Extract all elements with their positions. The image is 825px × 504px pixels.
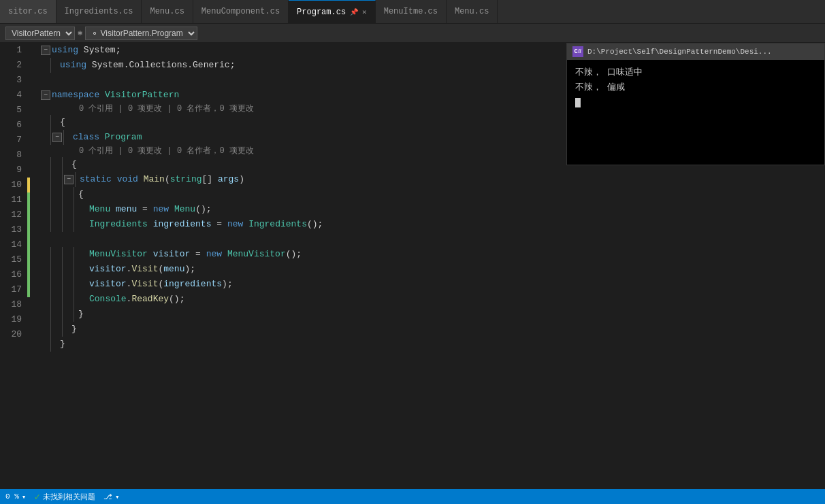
code-line-16: Console.ReadKey(); xyxy=(38,292,825,307)
ns-system-1: System xyxy=(84,43,116,58)
kw-new-10: new xyxy=(153,202,169,217)
class-program: Program xyxy=(105,130,142,145)
tab-menuitme[interactable]: MenuItme.cs xyxy=(376,0,447,23)
brace-close-18: } xyxy=(71,322,77,337)
console-body: 不辣， 口味适中 不辣， 偏咸 xyxy=(567,60,824,165)
line-num-20: 20 xyxy=(3,327,22,342)
param-args: args xyxy=(218,172,239,187)
kw-using-2: using xyxy=(60,58,86,73)
line-num-5: 5 xyxy=(3,103,22,118)
code-line-11: Ingredients ingredients = new Ingredient… xyxy=(38,217,825,232)
line-numbers: 1 2 3 4 5 6 7 8 9 10 11 12 13 14 15 16 1… xyxy=(0,43,27,482)
console-title-text: D:\Project\Self\DesignPatternDemo\Desi..… xyxy=(587,48,772,56)
breadcrumb-right-select[interactable]: ⚬ VisitorPattern.Program xyxy=(85,27,197,40)
line-num-19: 19 xyxy=(3,312,22,327)
tab-program-pin-icon: 📌 xyxy=(350,8,358,16)
gutter xyxy=(27,43,38,482)
var-menu-14: menu xyxy=(163,262,184,277)
console-cs-icon: C# xyxy=(572,46,583,57)
type-ingredients-11: Ingredients xyxy=(89,217,148,232)
yellow-change-indicator xyxy=(27,178,30,192)
var-ingredients: ingredients xyxy=(153,217,212,232)
line-num-14: 14 xyxy=(3,237,22,252)
code-line-13: MenuVisitor visitor = new MenuVisitor(); xyxy=(38,247,825,262)
tab-visitor-label: sitor.cs xyxy=(8,7,48,16)
console-cursor xyxy=(575,98,581,107)
code-line-18: } xyxy=(38,322,825,337)
var-ingredients-15: ingredients xyxy=(163,277,222,292)
type-menu-new-10: Menu xyxy=(174,202,195,217)
line-num-8: 8 xyxy=(3,148,22,163)
kw-using-1: using xyxy=(52,43,78,58)
brace-open-7: { xyxy=(71,157,77,172)
console-panel: C# D:\Project\Self\DesignPatternDemo\Des… xyxy=(566,43,825,165)
line-num-7: 7 xyxy=(3,133,22,148)
method-main: Main xyxy=(144,172,165,187)
tab-program[interactable]: Program.cs 📌 ✕ xyxy=(289,0,376,23)
code-line-19: } xyxy=(38,337,825,352)
status-source-icon: ⎇ xyxy=(103,492,112,501)
collapse-icon-8[interactable]: − xyxy=(64,175,74,184)
line-num-13: 13 xyxy=(3,222,22,237)
status-zoom[interactable]: 0 % ▾ xyxy=(5,492,26,501)
line-num-10: 10 xyxy=(3,178,22,192)
tab-menu2[interactable]: Menu.cs xyxy=(447,0,498,23)
brace-close-19: } xyxy=(60,337,65,352)
type-console-16: Console xyxy=(89,292,127,307)
breadcrumb-separator-icon: ✱ xyxy=(78,28,82,38)
kw-namespace: namespace xyxy=(52,88,99,103)
line-num-3: 3 xyxy=(3,73,22,88)
status-check-item[interactable]: ✓ 未找到相关问题 xyxy=(34,491,95,503)
hint-line5: 0 个引用 | 0 项更改 | 0 名作者，0 项更改 xyxy=(79,101,254,116)
type-string: string xyxy=(170,172,202,187)
line-num-17: 17 xyxy=(3,282,22,297)
console-cursor-line xyxy=(575,95,816,110)
line-num-18: 18 xyxy=(3,297,22,312)
ns-system-collections: System.Collections.Generic xyxy=(92,58,230,73)
code-line-14: visitor.Visit(menu); xyxy=(38,262,825,277)
status-dropdown-icon: ▾ xyxy=(115,492,120,501)
ns-visitorpattern: VisitorPattern xyxy=(105,88,179,103)
kw-void: void xyxy=(117,172,138,187)
var-visitor: visitor xyxy=(153,247,191,262)
console-line-1: 不辣， 口味适中 xyxy=(575,65,816,80)
tab-menu-label: Menu.cs xyxy=(150,7,184,16)
code-line-10: Menu menu = new Menu(); xyxy=(38,202,825,217)
kw-new-13: new xyxy=(206,247,222,262)
tab-visitor[interactable]: sitor.cs xyxy=(0,0,56,23)
green-change-indicator xyxy=(27,192,30,297)
type-menuvisitor-13: MenuVisitor xyxy=(89,247,148,262)
brace-close-17: } xyxy=(78,307,84,322)
line-num-16: 16 xyxy=(3,267,22,282)
type-menu-10: Menu xyxy=(89,202,110,217)
status-check-label: 未找到相关问题 xyxy=(43,492,95,502)
code-line-8: − static void Main(string[] args) xyxy=(38,172,825,187)
tab-menu2-label: Menu.cs xyxy=(455,7,489,16)
collapse-icon-6[interactable]: − xyxy=(52,133,62,142)
status-source-control[interactable]: ⎇ ▾ xyxy=(103,492,120,501)
var-menu: menu xyxy=(116,202,137,217)
method-visit-14: Visit xyxy=(131,262,158,277)
code-line-15: visitor.Visit(ingredients); xyxy=(38,277,825,292)
editor-area: 1 2 3 4 5 6 7 8 9 10 11 12 13 14 15 16 1… xyxy=(0,43,825,482)
type-menuvisitor-new-13: MenuVisitor xyxy=(227,247,286,262)
tab-menu[interactable]: Menu.cs xyxy=(142,0,193,23)
collapse-icon-1[interactable]: − xyxy=(41,46,50,55)
method-readkey-16: ReadKey xyxy=(131,292,169,307)
code-line-12 xyxy=(38,232,825,247)
tab-program-close-button[interactable]: ✕ xyxy=(362,7,367,16)
tab-menucomponent[interactable]: MenuComponent.cs xyxy=(193,0,289,23)
collapse-icon-4[interactable]: − xyxy=(41,90,50,100)
var-visitor-15: visitor xyxy=(89,277,127,292)
tab-menucomponent-label: MenuComponent.cs xyxy=(201,7,280,16)
breadcrumb-left-select[interactable]: VisitorPattern xyxy=(5,27,75,40)
tab-ingredients[interactable]: Ingredients.cs xyxy=(56,0,142,23)
line-num-1: 1 xyxy=(3,43,22,58)
brace-open-9: { xyxy=(78,187,84,202)
line-num-9: 9 xyxy=(3,163,22,178)
status-zoom-value: 0 % xyxy=(5,492,19,501)
line-num-4: 4 xyxy=(3,88,22,103)
console-title-bar: C# D:\Project\Self\DesignPatternDemo\Des… xyxy=(567,44,824,60)
tab-menuitme-label: MenuItme.cs xyxy=(384,7,438,16)
console-line-2: 不辣， 偏咸 xyxy=(575,80,816,95)
